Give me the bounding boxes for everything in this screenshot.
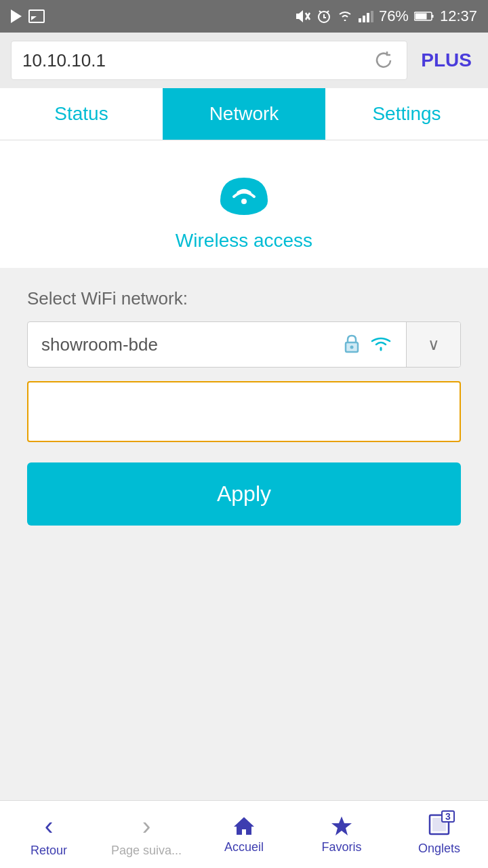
status-bar: 76% 12:37 [0,0,488,33]
svg-point-14 [241,199,247,204]
nav-forward: › Page suiva... [98,805,195,865]
lock-icon [342,333,361,356]
svg-marker-0 [296,10,303,22]
tab-settings[interactable]: Settings [325,88,488,140]
nav-favorites-label: Favoris [321,840,361,854]
svg-marker-18 [331,816,352,835]
play-icon [11,9,22,23]
svg-line-4 [319,11,321,13]
tabs-badge: 3 [428,813,451,839]
alarm-icon [317,9,331,24]
svg-marker-17 [234,817,254,835]
address-bar: 10.10.10.1 PLUS [0,33,488,88]
nav-home[interactable]: Accueil [195,808,293,861]
signal-icon [359,10,373,22]
svg-rect-6 [359,18,361,22]
bottom-nav: ‹ Retour › Page suiva... Accueil Favoris… [0,800,488,868]
wifi-strength-icon [369,336,392,353]
main-content: Wireless access Select WiFi network: sho… [0,140,488,800]
url-bar[interactable]: 10.10.10.1 [11,41,407,80]
wifi-network-selector[interactable]: showroom-bde ∨ [27,321,461,368]
nav-home-label: Accueil [224,840,264,854]
svg-rect-12 [415,14,426,20]
form-section: Select WiFi network: showroom-bde [0,268,488,546]
wireless-label: Wireless access [176,230,312,252]
status-icons: 76% 12:37 [295,7,477,25]
nav-tabs[interactable]: 3 Onglets [390,806,488,863]
chevron-down-icon: ∨ [428,335,440,354]
selected-network: showroom-bde [28,322,406,367]
battery-percent: 76% [379,7,409,25]
tabs: Status Network Settings [0,88,488,140]
nav-forward-label: Page suiva... [111,844,182,858]
wifi-status-icon [337,10,353,22]
nav-favorites[interactable]: Favoris [293,808,390,861]
battery-icon [414,11,434,22]
forward-icon: › [142,812,151,841]
wireless-icon [214,161,274,222]
back-icon: ‹ [45,812,54,841]
url-text: 10.10.10.1 [22,50,106,71]
nav-back-label: Retour [30,844,67,858]
nav-tabs-label: Onglets [418,842,460,856]
select-wifi-label: Select WiFi network: [27,288,461,309]
apply-button[interactable]: Apply [27,462,461,526]
dropdown-arrow[interactable]: ∨ [406,322,460,367]
tab-network[interactable]: Network [163,88,325,140]
mute-icon [295,9,311,24]
favorites-icon [330,814,353,837]
svg-rect-7 [363,16,365,22]
tabs-count: 3 [441,810,455,823]
password-input[interactable] [27,381,461,442]
nav-back[interactable]: ‹ Retour [0,805,98,865]
svg-rect-8 [367,13,369,22]
image-icon [28,9,45,23]
svg-point-16 [350,346,354,349]
tab-status[interactable]: Status [0,88,163,140]
wireless-header: Wireless access [0,140,488,268]
refresh-button[interactable] [371,48,396,73]
plus-button[interactable]: PLUS [415,50,477,71]
time: 12:37 [440,7,477,25]
svg-rect-9 [371,11,373,22]
svg-line-5 [327,11,329,13]
home-icon [232,814,256,837]
